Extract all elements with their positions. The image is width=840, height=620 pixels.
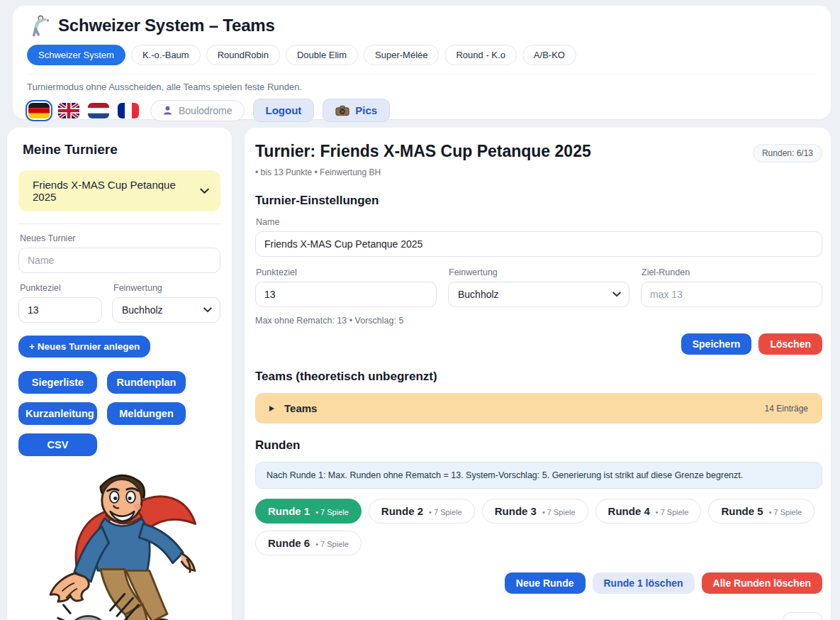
flag-de-button[interactable] <box>27 101 51 120</box>
feinwertung-label: Feinwertung <box>113 283 220 293</box>
feinwertung-select[interactable]: Buchholz <box>112 297 220 323</box>
tab-double-elim[interactable]: Double Elim <box>286 45 358 65</box>
round-4-pill[interactable]: Runde 4 • 7 Spiele <box>595 499 702 524</box>
flag-fr-icon <box>118 103 139 118</box>
logout-button[interactable]: Logout <box>253 99 315 122</box>
tab-schweizer-system[interactable]: Schweizer System <box>27 45 125 65</box>
petanque-player-logo-icon <box>27 14 51 37</box>
caret-right-icon <box>269 406 274 411</box>
brand-row: Schweizer System – Teams <box>27 14 817 37</box>
meldungen-button[interactable]: Meldungen <box>107 402 186 425</box>
rounds-info-box: Nach Runde 1: Max. Runden ohne Rematch =… <box>255 462 822 489</box>
settings-heading: Turnier-Einstellungen <box>255 194 822 208</box>
flag-fr-button[interactable] <box>116 101 140 120</box>
pics-button[interactable]: Pics <box>323 99 390 122</box>
punkteziel-label: Punkteziel <box>20 283 102 293</box>
round-5-pill[interactable]: Runde 5 • 7 Spiele <box>708 499 814 524</box>
page-title: Schweizer System – Teams <box>58 16 275 35</box>
siegerliste-button[interactable]: Siegerliste <box>18 371 97 394</box>
new-round-button[interactable]: Neue Runde <box>505 572 586 594</box>
mode-description: Turniermodus ohne Ausscheiden, alle Team… <box>27 82 817 92</box>
camera-icon <box>335 105 349 116</box>
tournament-title: Turnier: Friends X-MAS Cup Petanque 2025 <box>255 142 591 161</box>
delete-all-rounds-button[interactable]: Alle Runden löschen <box>702 572 822 594</box>
rundenplan-button[interactable]: Rundenplan <box>107 371 186 394</box>
results-round-select[interactable]: 1 <box>783 612 822 620</box>
feinwertung-select-value: Buchholz <box>458 289 499 300</box>
boulodrome-account-button[interactable]: Boulodrome <box>150 100 245 121</box>
rounds-count-badge: Runden: 6/13 <box>753 144 822 162</box>
new-tournament-label: Neues Turnier <box>20 233 220 243</box>
mode-tabs: Schweizer System K.-o.-Baum RoundRobin D… <box>27 45 817 74</box>
feinwertung-select-value: Buchholz <box>122 304 163 316</box>
tab-roundrobin[interactable]: RoundRobin <box>206 45 280 65</box>
tournament-meta: • bis 13 Punkte • Feinwertung BH <box>255 167 822 177</box>
round-pills: Runde 1 • 7 Spiele Runde 2 • 7 Spiele Ru… <box>255 499 822 555</box>
tab-ko-baum[interactable]: K.-o.-Baum <box>131 45 201 65</box>
tournament-name-input[interactable] <box>255 231 822 257</box>
punkteziel-input[interactable] <box>255 282 437 307</box>
sidebar-panel: Meine Turniere Friends X-MAS Cup Petanqu… <box>7 128 232 620</box>
ziel-runden-label: Ziel-Runden <box>642 267 822 277</box>
rematch-hint: Max ohne Rematch: 13 • Vorschlag: 5 <box>255 316 822 326</box>
pics-label: Pics <box>355 104 377 116</box>
punkteziel-input[interactable] <box>18 297 102 323</box>
tab-round-ko[interactable]: Round - K.o <box>444 45 516 65</box>
flag-gb-button[interactable] <box>57 101 81 120</box>
sidebar-nav-buttons: Siegerliste Rundenplan Kurzanleitung Mel… <box>18 371 220 456</box>
csv-button[interactable]: CSV <box>18 433 97 456</box>
chevron-down-icon <box>612 292 621 297</box>
sidebar-field-row: Punkteziel Feinwertung Buchholz <box>18 283 220 323</box>
flag-nl-icon <box>88 103 109 118</box>
round-3-pill[interactable]: Runde 3 • 7 Spiele <box>482 499 588 524</box>
delete-round-1-button[interactable]: Runde 1 löschen <box>593 572 695 594</box>
header-panel: Schweizer System – Teams Schweizer Syste… <box>13 6 831 119</box>
feinwertung-label: Feinwertung <box>449 267 629 277</box>
save-button[interactable]: Speichern <box>681 333 752 355</box>
teams-accordion-label: Teams <box>284 402 317 414</box>
ziel-runden-input[interactable] <box>641 282 822 307</box>
kurzanleitung-button[interactable]: Kurzanleitung <box>18 402 97 425</box>
teams-count: 14 Einträge <box>765 404 808 414</box>
tab-ab-ko[interactable]: A/B-KO <box>522 45 576 65</box>
main-panel: Turnier: Friends X-MAS Cup Petanque 2025… <box>245 128 831 620</box>
sidebar-heading: Meine Turniere <box>23 142 220 157</box>
round-6-pill[interactable]: Runde 6 • 7 Spiele <box>255 531 362 555</box>
rounds-heading: Runden <box>255 438 822 453</box>
round-2-pill[interactable]: Runde 2 • 7 Spiele <box>369 499 475 524</box>
create-tournament-button[interactable]: + Neues Turnier anlegen <box>18 336 150 358</box>
teams-heading: Teams (theoretisch unbegrenzt) <box>255 370 822 384</box>
feinwertung-select[interactable]: Buchholz <box>448 282 629 307</box>
flag-nl-button[interactable] <box>86 101 111 120</box>
sidebar-divider <box>18 223 220 224</box>
tournament-select[interactable]: Friends X-MAS Cup Petanque 2025 <box>18 170 220 211</box>
round-1-pill[interactable]: Runde 1 • 7 Spiele <box>255 499 362 524</box>
name-label: Name <box>256 217 822 227</box>
delete-tournament-button[interactable]: Löschen <box>758 333 822 355</box>
new-tournament-name-input[interactable] <box>18 248 220 273</box>
tab-super-melee[interactable]: Super-Mélée <box>364 45 439 65</box>
tournament-select-value: Friends X-MAS Cup Petanque 2025 <box>33 179 200 203</box>
flag-gb-icon <box>58 103 79 118</box>
chevron-down-icon <box>200 188 209 194</box>
chevron-down-icon <box>203 307 212 313</box>
punkteziel-label: Punkteziel <box>256 267 437 277</box>
header-toolbar: Boulodrome Logout Pics <box>27 99 817 122</box>
flag-de-icon <box>28 103 50 118</box>
logout-label: Logout <box>266 104 302 116</box>
user-icon <box>162 105 173 116</box>
teams-accordion[interactable]: Teams 14 Einträge <box>255 393 822 424</box>
account-label: Boulodrome <box>179 105 233 116</box>
petanque-player-illustration <box>18 465 220 620</box>
